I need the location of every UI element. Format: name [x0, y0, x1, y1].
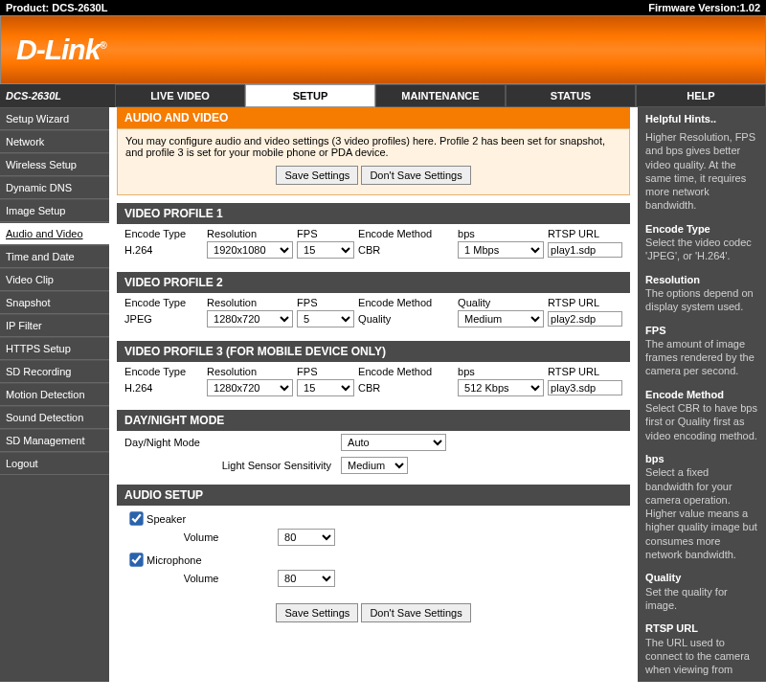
- nav-row: DCS-2630L LIVE VIDEO SETUP MAINTENANCE S…: [0, 84, 766, 107]
- p2-encode: JPEG: [124, 313, 203, 325]
- sidebar-item-setup-wizard[interactable]: Setup Wizard: [0, 107, 109, 130]
- col-rtsp: RTSP URL: [548, 228, 622, 239]
- sidebar-item-sd-recording[interactable]: SD Recording: [0, 360, 109, 383]
- col-method: Encode Method: [358, 228, 454, 239]
- dont-save-settings-top-button[interactable]: Don't Save Settings: [361, 166, 470, 185]
- hint-method-t: Select CBR to have bps first or Quality …: [645, 402, 757, 441]
- col-fps: FPS: [297, 228, 354, 239]
- profile2-grid: Encode Type Resolution FPS Encode Method…: [117, 293, 630, 333]
- p1-fps-select[interactable]: 15: [297, 241, 354, 259]
- col-bps: bps: [458, 228, 544, 239]
- col-method: Encode Method: [358, 297, 454, 308]
- p3-rtsp-input[interactable]: [548, 380, 622, 395]
- col-res: Resolution: [207, 297, 293, 308]
- sidebar-item-motion-detection[interactable]: Motion Detection: [0, 383, 109, 406]
- brand-banner: D-Link®: [0, 15, 766, 84]
- page-title: AUDIO AND VIDEO: [117, 107, 630, 128]
- dont-save-settings-bottom-button[interactable]: Don't Save Settings: [361, 603, 470, 622]
- hint-q-t: Set the quality for image.: [645, 586, 728, 611]
- sidebar-item-sound-detection[interactable]: Sound Detection: [0, 406, 109, 429]
- sidebar-item-wireless-setup[interactable]: Wireless Setup: [0, 153, 109, 176]
- hint-fps-h: FPS: [645, 324, 758, 337]
- p3-resolution-select[interactable]: 1280x720: [207, 379, 293, 396]
- hint-rtsp-h: RTSP URL: [645, 621, 758, 635]
- sidebar-item-video-clip[interactable]: Video Clip: [0, 268, 109, 291]
- hints-title: Helpful Hints..: [645, 113, 758, 124]
- sidebar-item-sd-management[interactable]: SD Management: [0, 429, 109, 452]
- save-settings-top-button[interactable]: Save Settings: [276, 166, 358, 185]
- microphone-volume-select[interactable]: 80: [278, 570, 335, 587]
- tab-live-video[interactable]: LIVE VIDEO: [115, 84, 245, 107]
- sidebar-item-image-setup[interactable]: Image Setup: [0, 199, 109, 222]
- profile1-header: VIDEO PROFILE 1: [117, 203, 630, 224]
- col-rtsp: RTSP URL: [548, 366, 622, 377]
- col-encode: Encode Type: [124, 228, 203, 239]
- col-encode: Encode Type: [124, 297, 203, 308]
- light-sensitivity-select[interactable]: Medium: [341, 457, 408, 474]
- speaker-checkbox[interactable]: [129, 511, 143, 525]
- p1-bps-select[interactable]: 1 Mbps: [458, 241, 544, 259]
- microphone-label: Microphone: [146, 554, 201, 566]
- col-bps: bps: [458, 366, 544, 377]
- sidebar-item-time-and-date[interactable]: Time and Date: [0, 245, 109, 268]
- col-quality: Quality: [458, 297, 544, 308]
- col-encode: Encode Type: [124, 366, 203, 377]
- microphone-volume-label: Volume: [124, 573, 278, 584]
- speaker-volume-select[interactable]: 80: [278, 529, 335, 546]
- tab-maintenance[interactable]: MAINTENANCE: [375, 84, 506, 107]
- hint-fps-t: The amount of image frames rendered by t…: [645, 338, 755, 377]
- p1-method: CBR: [358, 244, 454, 256]
- col-res: Resolution: [207, 228, 293, 239]
- p3-bps-select[interactable]: 512 Kbps: [458, 379, 544, 396]
- top-bar: Product: DCS-2630L Firmware Version:1.02: [0, 0, 766, 15]
- p2-fps-select[interactable]: 5: [297, 310, 354, 327]
- p3-method: CBR: [358, 382, 454, 394]
- hint-res-t: The options depend on display system use…: [645, 287, 754, 312]
- profile1-grid: Encode Type Resolution FPS Encode Method…: [117, 224, 630, 264]
- tab-help[interactable]: HELP: [636, 84, 766, 107]
- sidebar-item-snapshot[interactable]: Snapshot: [0, 291, 109, 314]
- p1-resolution-select[interactable]: 1920x1080: [207, 241, 293, 259]
- audio-header: AUDIO SETUP: [117, 485, 630, 506]
- sidebar-item-network[interactable]: Network: [0, 130, 109, 153]
- sidebar-item-ip-filter[interactable]: IP Filter: [0, 314, 109, 337]
- daynight-header: DAY/NIGHT MODE: [117, 410, 630, 431]
- microphone-checkbox[interactable]: [129, 553, 143, 566]
- tab-status[interactable]: STATUS: [506, 84, 636, 107]
- hint-res-h: Resolution: [645, 273, 758, 286]
- sidebar-item-https-setup[interactable]: HTTPS Setup: [0, 337, 109, 360]
- hints-intro: Higher Resolution, FPS and bps gives bet…: [645, 130, 758, 213]
- tab-setup[interactable]: SETUP: [245, 84, 375, 107]
- intro-panel: You may configure audio and video settin…: [117, 128, 630, 195]
- hint-encode-h: Encode Type: [645, 222, 758, 236]
- firmware-label: Firmware Version:1.02: [648, 2, 760, 13]
- daynight-mode-select[interactable]: Auto: [341, 434, 446, 451]
- model-tag: DCS-2630L: [0, 84, 115, 107]
- col-method: Encode Method: [358, 366, 454, 377]
- hint-q-h: Quality: [645, 571, 758, 584]
- sidebar-item-logout[interactable]: Logout: [0, 452, 109, 475]
- col-fps: FPS: [297, 297, 354, 308]
- product-label: Product: DCS-2630L: [6, 2, 107, 13]
- sidebar-item-audio-and-video[interactable]: Audio and Video: [0, 222, 109, 245]
- p2-rtsp-input[interactable]: [548, 311, 622, 327]
- main-content: AUDIO AND VIDEO You may configure audio …: [109, 107, 638, 682]
- speaker-label: Speaker: [146, 513, 186, 525]
- col-res: Resolution: [207, 366, 293, 377]
- brand-logo: D-Link®: [16, 34, 106, 66]
- profile2-header: VIDEO PROFILE 2: [117, 272, 630, 293]
- speaker-volume-label: Volume: [124, 531, 278, 543]
- daynight-mode-label: Day/Night Mode: [124, 437, 249, 448]
- hint-encode-t: Select the video codec 'JPEG', or 'H.264…: [645, 237, 752, 261]
- intro-text: You may configure audio and video settin…: [125, 135, 621, 158]
- p1-rtsp-input[interactable]: [548, 242, 622, 258]
- sidebar-item-dynamic-dns[interactable]: Dynamic DNS: [0, 176, 109, 199]
- save-settings-bottom-button[interactable]: Save Settings: [276, 603, 358, 622]
- p3-fps-select[interactable]: 15: [297, 379, 354, 396]
- p3-encode: H.264: [124, 382, 203, 394]
- p2-method: Quality: [358, 313, 454, 325]
- p1-encode: H.264: [124, 244, 203, 256]
- p2-quality-select[interactable]: Medium: [458, 310, 544, 327]
- p2-resolution-select[interactable]: 1280x720: [207, 310, 293, 327]
- col-fps: FPS: [297, 366, 354, 377]
